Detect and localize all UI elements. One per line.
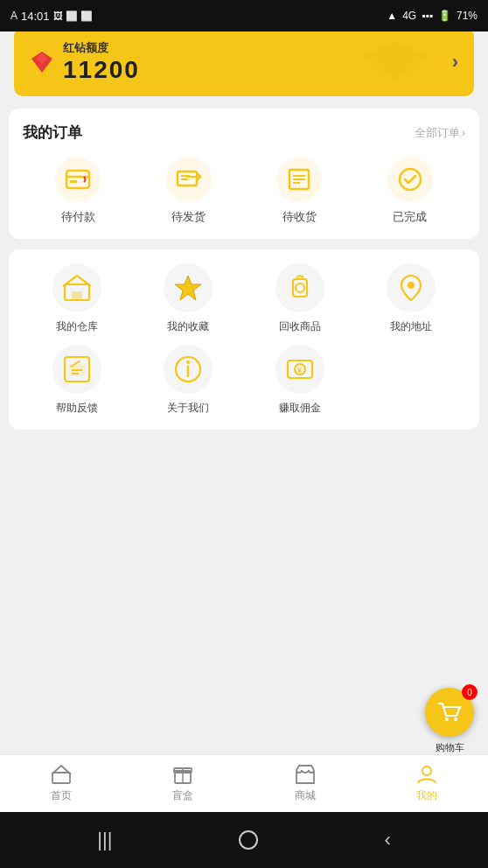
status-bar: A 14:01 🖼 ⬜ ⬜ ▲ 4G ▪▪▪ 🔋 71% — [0, 0, 488, 32]
nav-recent-button[interactable]: ‹ — [384, 829, 390, 851]
feedback-icon — [61, 354, 93, 385]
service-warehouse-label: 我的仓库 — [56, 319, 98, 334]
svg-point-14 — [400, 169, 421, 190]
nav-mine-label: 我的 — [416, 788, 437, 803]
nav-blindbox[interactable]: 盲盒 — [122, 755, 245, 812]
service-empty — [358, 345, 466, 416]
all-orders-label: 全部订单 — [415, 125, 460, 141]
svg-point-32 — [445, 718, 449, 721]
cart-icon — [437, 700, 462, 724]
diamond-info: 红钻额度 11200 — [63, 40, 140, 84]
service-address-label: 我的地址 — [390, 319, 432, 334]
diamond-icon — [30, 50, 54, 74]
commission-icon: ¥ — [284, 354, 316, 385]
nav-home-button[interactable] — [237, 829, 260, 851]
address-icon — [395, 272, 427, 304]
service-address[interactable]: 我的地址 — [358, 263, 466, 334]
service-favorites[interactable]: 我的收藏 — [135, 263, 243, 334]
orders-header: 我的订单 全部订单 › — [23, 122, 465, 143]
warehouse-icon — [61, 272, 93, 304]
service-warehouse[interactable]: 我的仓库 — [23, 263, 131, 334]
nav-home[interactable]: 首页 — [0, 755, 122, 812]
status-left: A 14:01 🖼 ⬜ ⬜ — [10, 10, 93, 23]
shop-icon — [295, 764, 316, 785]
orders-title: 我的订单 — [23, 122, 82, 143]
completed-icon — [395, 164, 425, 194]
signal-bars: ▪▪▪ — [422, 10, 433, 22]
floating-cart-button[interactable]: 0 购物车 — [425, 688, 474, 737]
svg-marker-17 — [175, 276, 201, 300]
svg-point-19 — [296, 284, 304, 292]
home-icon — [51, 764, 72, 785]
pending-receipt-icon — [284, 164, 314, 194]
blindbox-icon — [172, 764, 193, 785]
nav-shop[interactable]: 商城 — [244, 755, 366, 812]
status-right: ▲ 4G ▪▪▪ 🔋 71% — [387, 10, 478, 22]
bottom-nav: 首页 盲盒 商城 我的 — [0, 754, 488, 812]
svg-point-33 — [454, 718, 457, 721]
order-pending-receipt[interactable]: 待收货 — [276, 157, 322, 225]
service-feedback[interactable]: 帮助反馈 — [23, 345, 131, 416]
svg-rect-34 — [52, 773, 70, 783]
service-recycle[interactable]: 回收商品 — [246, 263, 354, 334]
service-commission-label: 赚取佣金 — [279, 401, 321, 416]
about-icon — [172, 354, 204, 385]
order-pending-shipment[interactable]: 待发货 — [166, 157, 212, 225]
diamond-label: 红钻额度 — [63, 40, 140, 56]
diamond-watermark — [360, 38, 430, 86]
nav-home-label: 首页 — [51, 788, 72, 803]
pending-payment-label: 待付款 — [61, 209, 95, 225]
diamond-amount: 11200 — [63, 56, 140, 84]
nav-shop-label: 商城 — [295, 788, 316, 803]
battery-icon: 🔋 — [438, 10, 451, 22]
diamond-arrow-icon: › — [452, 51, 458, 74]
battery-level: 71% — [457, 10, 478, 22]
completed-label: 已完成 — [393, 209, 427, 225]
cart-label: 购物车 — [436, 741, 464, 754]
svg-point-20 — [408, 282, 415, 289]
nav-mine[interactable]: 我的 — [366, 755, 489, 812]
services-card: 我的仓库 我的收藏 — [9, 249, 479, 430]
pending-receipt-label: 待收货 — [282, 209, 317, 225]
order-completed[interactable]: 已完成 — [387, 157, 433, 225]
pending-payment-icon — [63, 164, 93, 194]
diamond-banner[interactable]: 红钻额度 11200 › — [14, 32, 474, 96]
all-orders-link[interactable]: 全部订单 › — [415, 125, 465, 141]
cart-badge: 0 — [462, 684, 478, 700]
content-wrapper: 红钻额度 11200 › 我的订单 全部订单 › — [0, 32, 488, 754]
svg-rect-39 — [240, 831, 257, 849]
svg-rect-5 — [70, 180, 77, 183]
service-recycle-label: 回收商品 — [279, 319, 321, 334]
signal-icon: 4G — [402, 10, 416, 22]
pending-shipment-label: 待发货 — [171, 209, 206, 225]
status-time: 14:01 — [21, 10, 50, 23]
service-about[interactable]: 关于我们 — [135, 345, 243, 416]
favorites-icon — [172, 272, 204, 304]
service-feedback-label: 帮助反馈 — [56, 401, 98, 416]
all-orders-arrow: › — [462, 126, 465, 139]
order-pending-payment[interactable]: 待付款 — [55, 157, 101, 225]
services-bottom-row: 帮助反馈 关于我们 — [23, 345, 465, 416]
svg-marker-2 — [364, 40, 427, 80]
wifi-icon: ▲ — [387, 10, 397, 22]
services-top-row: 我的仓库 我的收藏 — [23, 263, 465, 334]
app-icon: A — [10, 10, 17, 22]
diamond-left: 红钻额度 11200 — [30, 40, 140, 84]
mine-icon — [416, 764, 437, 785]
status-icons: 🖼 ⬜ ⬜ — [53, 10, 93, 22]
svg-point-28 — [186, 360, 190, 364]
nav-back-button[interactable]: ||| — [97, 829, 112, 851]
service-about-label: 关于我们 — [167, 401, 209, 416]
pending-shipment-icon — [174, 164, 204, 194]
service-favorites-label: 我的收藏 — [167, 319, 209, 334]
service-commission[interactable]: ¥ 赚取佣金 — [246, 345, 354, 416]
svg-rect-16 — [72, 291, 82, 300]
order-icons-row: 待付款 待发货 — [23, 157, 465, 225]
orders-card: 我的订单 全部订单 › — [9, 108, 479, 239]
nav-blindbox-label: 盲盒 — [172, 788, 193, 803]
svg-point-38 — [422, 766, 431, 775]
scrollable-area: 红钻额度 11200 › 我的订单 全部订单 › — [0, 32, 488, 754]
recycle-icon — [284, 272, 316, 304]
svg-text:¥: ¥ — [297, 366, 302, 374]
system-nav-bar: ||| ‹ — [0, 812, 488, 868]
